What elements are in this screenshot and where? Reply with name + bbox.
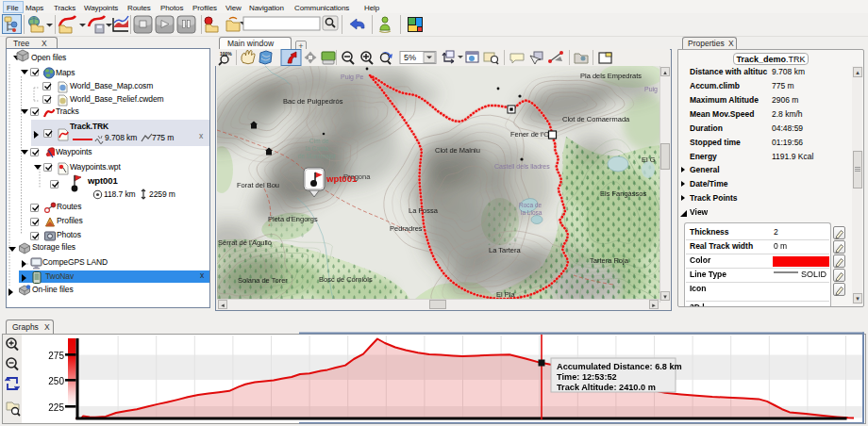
svg-text:Track Altitude: 2410.0 m: Track Altitude: 2410.0 m xyxy=(557,383,656,392)
svg-text:250: 250 xyxy=(48,376,64,386)
svg-text:Time: 12:53:52: Time: 12:53:52 xyxy=(557,372,617,382)
svg-text:225: 225 xyxy=(48,402,64,413)
svg-text:275: 275 xyxy=(48,351,64,361)
svg-text:Accumulated Distance: 6.8 km: Accumulated Distance: 6.8 km xyxy=(557,362,682,371)
